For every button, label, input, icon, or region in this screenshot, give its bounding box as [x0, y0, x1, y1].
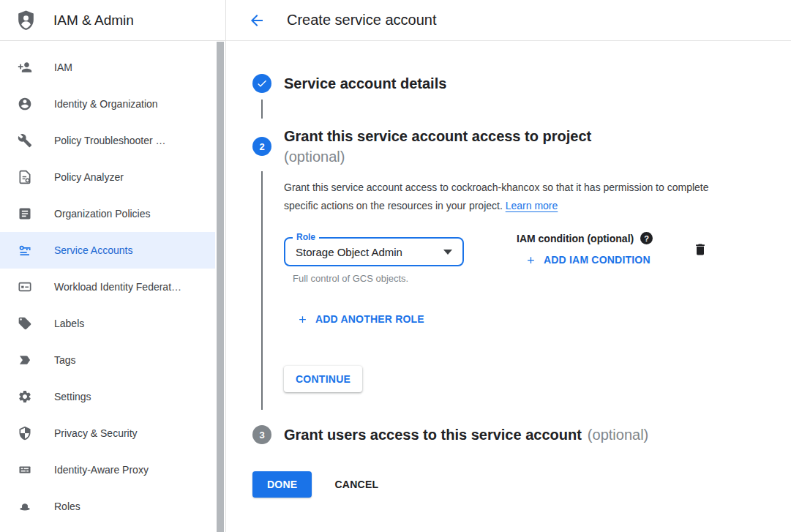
- sidebar-item-label: Organization Policies: [54, 208, 151, 220]
- learn-more-link[interactable]: Learn more: [506, 200, 558, 211]
- sidebar-item-label: Settings: [54, 391, 91, 402]
- tag-arrow-icon: [18, 353, 32, 367]
- role-helper-text: Full control of GCS objects.: [293, 273, 464, 284]
- account-circle-icon: [18, 97, 32, 111]
- step3-optional-label: (optional): [588, 427, 648, 443]
- document-lines-icon: [18, 206, 32, 221]
- person-add-icon: [18, 60, 32, 75]
- sidebar-header: IAM & Admin: [0, 0, 215, 41]
- sidebar: IAM & Admin IAM Identity & Organization …: [0, 0, 215, 532]
- sidebar-item-label: Identity & Organization: [54, 98, 158, 110]
- id-card-icon: [18, 280, 32, 294]
- sidebar-item-service-accounts[interactable]: Service Accounts: [0, 232, 215, 269]
- step1-title: Service account details: [284, 73, 765, 94]
- shield-person-icon: [15, 8, 37, 33]
- help-icon[interactable]: ?: [640, 232, 653, 244]
- step2-number-badge: 2: [252, 137, 271, 156]
- product-title: IAM & Admin: [53, 12, 134, 29]
- sidebar-item-label: Service Accounts: [54, 244, 132, 256]
- role-row: Role Storage Object Admin Full control o…: [284, 237, 765, 284]
- sidebar-item-label: Roles: [54, 501, 80, 512]
- sidebar-item-tags[interactable]: Tags: [0, 342, 215, 378]
- step2-description: Grant this service account access to coc…: [284, 179, 719, 215]
- sidebar-item-privacy-security[interactable]: Privacy & Security: [0, 415, 215, 452]
- iam-condition-label: IAM condition (optional): [517, 233, 634, 244]
- add-another-role-button[interactable]: ADD ANOTHER ROLE: [297, 313, 765, 325]
- role-field-label: Role: [293, 232, 319, 242]
- sidebar-item-identity-aware-proxy[interactable]: Identity-Aware Proxy: [0, 452, 215, 488]
- hat-icon: [18, 499, 32, 514]
- step1-header: Service account details: [252, 73, 765, 94]
- step3-number-badge: 3: [252, 425, 271, 444]
- step-connector: [261, 100, 263, 119]
- sidebar-item-label: Tags: [54, 354, 76, 366]
- trash-icon: [693, 241, 708, 258]
- gear-icon: [18, 389, 32, 404]
- step2-optional-label: (optional): [284, 146, 765, 167]
- wizard: Service account details 2 Grant this ser…: [226, 41, 791, 498]
- scrollbar-thumb[interactable]: [217, 42, 224, 532]
- sidebar-item-label: Policy Troubleshooter …: [54, 135, 166, 146]
- sidebar-item-roles[interactable]: Roles: [0, 488, 215, 525]
- sidebar-item-iam[interactable]: IAM: [0, 49, 215, 86]
- sidebar-item-identity-organization[interactable]: Identity & Organization: [0, 86, 215, 122]
- sidebar-item-label: Labels: [54, 318, 84, 329]
- footer-actions: DONE CANCEL: [252, 471, 765, 498]
- arrow-back-icon: [248, 12, 266, 29]
- step1-complete-badge: [252, 74, 271, 93]
- dropdown-arrow-icon: [443, 250, 452, 255]
- add-iam-condition-button[interactable]: ADD IAM CONDITION: [525, 254, 653, 266]
- role-select[interactable]: Role Storage Object Admin: [284, 237, 464, 266]
- sidebar-item-label: Privacy & Security: [54, 427, 138, 439]
- sidebar-nav: IAM Identity & Organization Policy Troub…: [0, 41, 215, 525]
- step2-header: 2 Grant this service account access to p…: [252, 126, 765, 167]
- sidebar-item-organization-policies[interactable]: Organization Policies: [0, 195, 215, 232]
- page-title: Create service account: [287, 12, 437, 29]
- document-search-icon: [18, 170, 32, 184]
- plus-icon: [525, 255, 536, 266]
- step3-title: Grant users access to this service accou…: [284, 427, 582, 443]
- step3-header: 3 Grant users access to this service acc…: [252, 424, 765, 445]
- back-button[interactable]: [248, 12, 266, 29]
- cancel-button[interactable]: CANCEL: [334, 471, 378, 498]
- sidebar-item-label: Policy Analyzer: [54, 171, 124, 183]
- sidebar-item-policy-troubleshooter[interactable]: Policy Troubleshooter …: [0, 122, 215, 159]
- continue-button[interactable]: CONTINUE: [284, 366, 362, 392]
- sidebar-item-workload-identity-federation[interactable]: Workload Identity Federat…: [0, 269, 215, 305]
- wrench-icon: [18, 133, 32, 148]
- sidebar-item-settings[interactable]: Settings: [0, 378, 215, 415]
- half-shield-icon: [18, 426, 32, 441]
- delete-role-button[interactable]: [693, 241, 708, 260]
- done-button[interactable]: DONE: [252, 471, 312, 498]
- proxy-grid-icon: [18, 462, 32, 477]
- iam-condition-block: IAM condition (optional) ? ADD IAM CONDI…: [517, 232, 653, 266]
- sidebar-item-label: Identity-Aware Proxy: [54, 464, 149, 476]
- check-icon: [256, 78, 268, 89]
- sidebar-item-policy-analyzer[interactable]: Policy Analyzer: [0, 159, 215, 195]
- step2-body: Grant this service account access to coc…: [252, 167, 765, 410]
- gcp-console-window: IAM & Admin IAM Identity & Organization …: [0, 0, 791, 532]
- role-selected-value: Storage Object Admin: [296, 246, 443, 258]
- step2-title: Grant this service account access to pro…: [284, 126, 765, 146]
- sidebar-item-label: Workload Identity Federat…: [54, 281, 181, 293]
- sidebar-item-labels[interactable]: Labels: [0, 305, 215, 342]
- service-account-key-icon: [18, 243, 32, 258]
- step-rule: [252, 167, 284, 410]
- main-panel: Create service account Service account d…: [225, 0, 791, 532]
- plus-icon: [297, 314, 308, 325]
- sidebar-scrollbar: [215, 0, 225, 532]
- label-tag-icon: [18, 316, 32, 331]
- sidebar-item-label: IAM: [54, 61, 72, 73]
- page-header: Create service account: [226, 0, 791, 41]
